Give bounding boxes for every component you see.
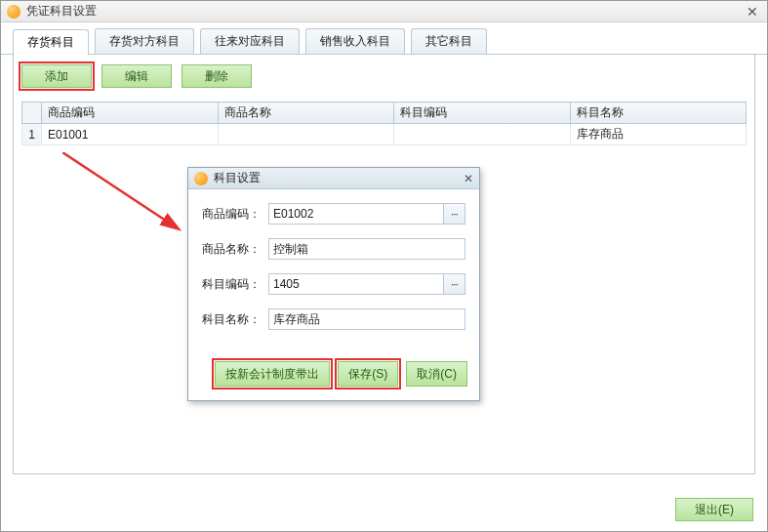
tab-ar-ap-subject[interactable]: 往来对应科目 <box>200 28 300 54</box>
window-title: 凭证科目设置 <box>26 3 744 20</box>
tab-sales-revenue-subject[interactable]: 销售收入科目 <box>305 28 405 54</box>
table-header-row: 商品编码 商品名称 科目编码 科目名称 <box>22 102 747 124</box>
tab-strip: 存货科目 存货对方科目 往来对应科目 销售收入科目 其它科目 <box>1 22 767 55</box>
cell-product-code: E01001 <box>42 124 219 145</box>
col-product-name: 商品名称 <box>218 102 394 124</box>
product-name-field[interactable]: 控制箱 <box>268 238 465 260</box>
label-subject-name: 科目名称： <box>202 311 268 328</box>
cell-product-name <box>218 124 394 145</box>
col-subject-name: 科目名称 <box>570 102 747 124</box>
dialog-cancel-button[interactable]: 取消(C) <box>406 361 467 387</box>
dialog-close-icon[interactable]: ✕ <box>464 172 473 185</box>
dialog-title-bar: 科目设置 ✕ <box>188 168 479 189</box>
col-subject-code: 科目编码 <box>394 102 571 124</box>
dialog-footer: 按新会计制度带出 保存(S) 取消(C) <box>188 351 479 400</box>
tab-inventory-subject[interactable]: 存货科目 <box>13 29 89 55</box>
label-subject-code: 科目编码： <box>202 276 268 293</box>
window-footer: 退出(E) <box>675 498 753 521</box>
cell-subject-code <box>394 124 571 145</box>
label-product-code: 商品编码： <box>202 206 268 223</box>
product-code-lookup-button[interactable]: ··· <box>444 203 465 225</box>
col-product-code: 商品编码 <box>42 102 219 124</box>
dialog-body: 商品编码： E01002 ··· 商品名称： 控制箱 科目编码： 1405 ··… <box>188 189 479 351</box>
subject-settings-dialog: 科目设置 ✕ 商品编码： E01002 ··· 商品名称： 控制箱 科目编码： … <box>187 167 480 401</box>
edit-button[interactable]: 编辑 <box>101 64 172 88</box>
label-product-name: 商品名称： <box>202 241 268 258</box>
svg-line-0 <box>62 152 178 228</box>
export-by-new-accounting-button[interactable]: 按新会计制度带出 <box>215 361 330 387</box>
add-button[interactable]: 添加 <box>21 64 92 88</box>
window-close-icon[interactable]: ✕ <box>744 4 761 20</box>
app-icon <box>7 5 20 19</box>
dialog-title: 科目设置 <box>214 170 464 186</box>
product-code-field[interactable]: E01002 <box>268 203 444 225</box>
subject-code-field[interactable]: 1405 <box>268 273 444 295</box>
table-row[interactable]: 1 E01001 库存商品 <box>22 124 747 145</box>
subject-code-lookup-button[interactable]: ··· <box>444 273 465 295</box>
dialog-icon <box>194 172 208 185</box>
delete-button[interactable]: 删除 <box>182 64 252 88</box>
main-panel: 添加 编辑 删除 商品编码 商品名称 科目编码 科目名称 1 E01001 <box>13 55 755 474</box>
data-grid: 商品编码 商品名称 科目编码 科目名称 1 E01001 库存商品 <box>21 102 747 145</box>
col-seq <box>22 102 42 124</box>
exit-button[interactable]: 退出(E) <box>675 498 753 521</box>
toolbar: 添加 编辑 删除 <box>14 55 754 98</box>
save-button[interactable]: 保存(S) <box>338 361 398 387</box>
window-title-bar: 凭证科目设置 ✕ <box>1 1 767 22</box>
tab-other-subject[interactable]: 其它科目 <box>411 28 487 54</box>
subject-name-field[interactable]: 库存商品 <box>268 308 465 330</box>
annotation-arrow-icon <box>62 152 199 250</box>
cell-subject-name: 库存商品 <box>570 124 747 145</box>
cell-seq: 1 <box>22 124 42 145</box>
tab-inventory-counter-subject[interactable]: 存货对方科目 <box>95 28 194 54</box>
